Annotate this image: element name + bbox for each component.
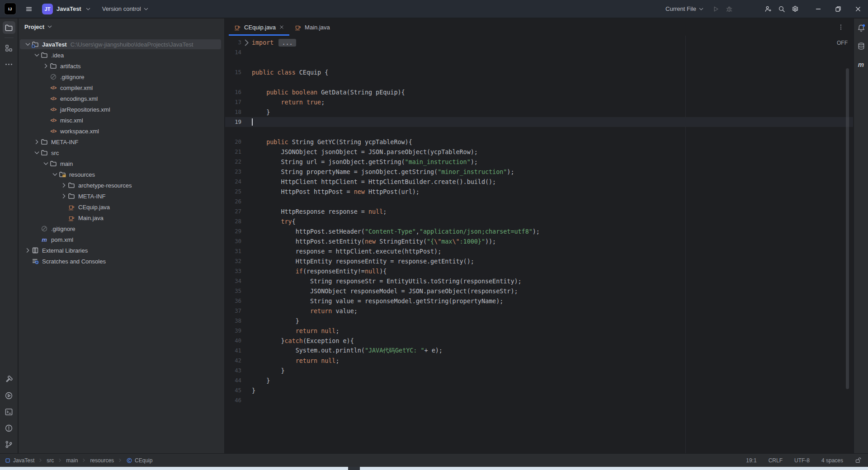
main-menu-button[interactable] xyxy=(22,2,36,16)
project-widget[interactable]: JT JavaTest xyxy=(42,4,91,14)
breadcrumb-main[interactable]: main xyxy=(66,457,78,464)
tree-item-.gitignore[interactable]: .gitignore xyxy=(19,71,224,82)
editor-scrollbar[interactable] xyxy=(846,68,849,389)
tool-run-button[interactable] xyxy=(3,389,15,402)
caret-position-widget[interactable]: 19:1 xyxy=(746,457,756,464)
line-number[interactable]: 45 xyxy=(225,387,241,394)
code-line-33[interactable]: 33 if(responseEntity!=null){ xyxy=(225,266,853,276)
code-line-28[interactable]: 28 try{ xyxy=(225,216,853,226)
line-number[interactable]: 15 xyxy=(225,69,241,75)
code-line-40[interactable]: 40 }catch(Exception e){ xyxy=(225,336,853,346)
line-number[interactable]: 14 xyxy=(225,49,241,56)
tree-item-resources[interactable]: resources xyxy=(19,169,224,180)
code-line-34[interactable]: 34 String responseStr = EntityUtils.toSt… xyxy=(225,276,853,286)
code-editor[interactable]: 3import ...1415public class CEquip {16 p… xyxy=(225,36,853,453)
line-number[interactable]: 38 xyxy=(225,318,241,324)
tool-maven-button[interactable]: m xyxy=(855,58,867,70)
tool-problems-button[interactable] xyxy=(3,422,15,434)
chevron-right-icon[interactable] xyxy=(33,138,41,146)
line-number[interactable]: 40 xyxy=(225,338,241,344)
code-line-31[interactable]: 31 response = httpClient.execute(httpPos… xyxy=(225,246,853,256)
settings-gear-button[interactable] xyxy=(788,2,802,16)
run-configuration-selector[interactable]: Current File xyxy=(665,5,704,12)
window-restore-button[interactable] xyxy=(828,0,848,18)
indent-widget[interactable]: 4 spaces xyxy=(821,457,843,464)
window-minimize-button[interactable] xyxy=(808,0,828,18)
fold-chevron-icon[interactable] xyxy=(241,38,252,48)
line-number[interactable]: 44 xyxy=(225,377,241,384)
code-line-3[interactable]: 3import ... xyxy=(225,38,853,47)
search-button[interactable] xyxy=(775,2,788,16)
line-number[interactable]: 22 xyxy=(225,159,241,165)
tree-item-cequip.java[interactable]: CEquip.java xyxy=(19,202,224,212)
code-line-17[interactable]: 17 return true; xyxy=(225,97,853,107)
tool-database-button[interactable] xyxy=(855,40,867,52)
code-line-19[interactable]: 19 xyxy=(225,117,853,127)
code-line-38[interactable]: 38 } xyxy=(225,316,853,326)
tree-item-scratches-and-consoles[interactable]: Scratches and Consoles xyxy=(19,256,224,267)
breadcrumb-resources[interactable]: resources xyxy=(90,457,114,464)
line-number[interactable]: 46 xyxy=(225,397,241,404)
code-line-14[interactable]: 14 xyxy=(225,47,853,57)
code-line-20[interactable]: 20 public String GetYC(String ycpTableRo… xyxy=(225,137,853,147)
folded-region[interactable]: ... xyxy=(278,39,296,47)
code-line-21[interactable]: 21 JSONObject jsonObject = JSON.parseObj… xyxy=(225,147,853,157)
encoding-widget[interactable]: UTF-8 xyxy=(794,457,810,464)
line-number[interactable]: 24 xyxy=(225,179,241,185)
chevron-down-icon[interactable] xyxy=(51,171,59,178)
line-number[interactable]: 20 xyxy=(225,139,241,145)
breadcrumb-src[interactable]: src xyxy=(47,457,54,464)
vcs-widget[interactable]: Version control xyxy=(102,5,149,12)
code-line-23[interactable]: 23 String propertyName = jsonObject.getS… xyxy=(225,167,853,177)
code-line-27[interactable]: 27 HttpResponse response = null; xyxy=(225,207,853,216)
code-line-24[interactable]: 24 HttpClient httpClient = HttpClientBui… xyxy=(225,177,853,187)
tree-item-artifacts[interactable]: artifacts xyxy=(19,61,224,71)
code-line-37[interactable]: 37 return value; xyxy=(225,306,853,316)
line-number[interactable]: 31 xyxy=(225,248,241,254)
line-number[interactable]: 36 xyxy=(225,298,241,304)
line-number[interactable]: 39 xyxy=(225,328,241,334)
line-number[interactable]: 30 xyxy=(225,238,241,244)
code-line-36[interactable]: 36 String value = responseModel.getStrin… xyxy=(225,296,853,306)
code-inlay-spacer[interactable] xyxy=(225,57,853,67)
breadcrumb-cequip[interactable]: CEquip xyxy=(126,457,152,464)
code-line-43[interactable]: 43 } xyxy=(225,366,853,376)
more-kebab-button[interactable] xyxy=(736,2,750,16)
tree-item-src[interactable]: src xyxy=(19,147,224,158)
tool-structure-button[interactable] xyxy=(3,42,15,54)
line-number[interactable]: 17 xyxy=(225,99,241,105)
code-inlay-spacer[interactable] xyxy=(225,127,853,137)
line-number[interactable]: 19 xyxy=(225,119,241,125)
code-line-32[interactable]: 32 HttpEntity responseEntity = response.… xyxy=(225,256,853,266)
tool-project-button[interactable] xyxy=(3,21,15,34)
tab-options-kebab-icon[interactable] xyxy=(838,24,844,30)
run-play-button[interactable] xyxy=(709,2,722,16)
chevron-right-icon[interactable] xyxy=(42,62,50,70)
code-line-35[interactable]: 35 JSONObject responseModel = JSON.parse… xyxy=(225,286,853,296)
code-line-45[interactable]: 45} xyxy=(225,385,853,395)
code-line-15[interactable]: 15public class CEquip { xyxy=(225,67,853,77)
code-line-39[interactable]: 39 return null; xyxy=(225,326,853,336)
line-number[interactable]: 18 xyxy=(225,109,241,115)
window-close-button[interactable] xyxy=(848,0,868,18)
tool-terminal-button[interactable] xyxy=(3,405,15,418)
debug-bug-button[interactable] xyxy=(722,2,736,16)
line-number[interactable]: 26 xyxy=(225,198,241,205)
chevron-down-icon[interactable] xyxy=(24,41,32,48)
code-line-26[interactable]: 26 xyxy=(225,197,853,207)
code-line-46[interactable]: 46 xyxy=(225,395,853,405)
tree-item-main[interactable]: main xyxy=(19,158,224,169)
line-number[interactable]: 41 xyxy=(225,348,241,354)
line-number[interactable]: 33 xyxy=(225,268,241,274)
line-number[interactable]: 25 xyxy=(225,188,241,195)
editor-tab-cequip.java[interactable]: CEquip.java xyxy=(229,19,289,36)
line-number[interactable]: 37 xyxy=(225,308,241,314)
chevron-right-icon[interactable] xyxy=(24,247,32,254)
chevron-down-icon[interactable] xyxy=(33,52,41,59)
code-line-29[interactable]: 29 httpPost.setHeader("Content-Type","ap… xyxy=(225,226,853,236)
code-line-42[interactable]: 42 return null; xyxy=(225,356,853,366)
unlocked-icon[interactable] xyxy=(855,457,862,464)
editor-tab-main.java[interactable]: Main.java xyxy=(289,19,335,36)
chevron-right-icon[interactable] xyxy=(60,193,68,200)
tree-item-compiler.xml[interactable]: </>compiler.xml xyxy=(19,82,224,93)
